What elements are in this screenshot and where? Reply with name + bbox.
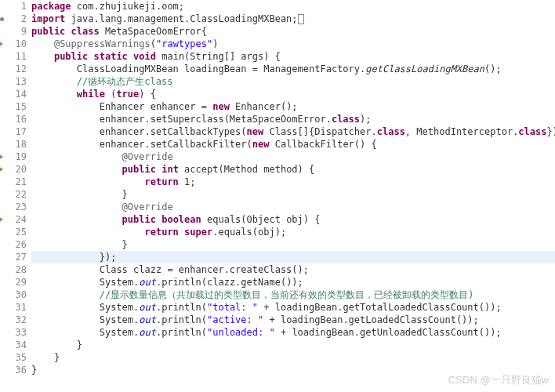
code-line: import java.lang.management.ClassLoading… bbox=[31, 13, 555, 25]
code-line: @Override bbox=[31, 201, 555, 213]
line-number: 9 bbox=[5, 25, 27, 38]
line-number: 32 bbox=[5, 314, 27, 326]
line-number: 10 bbox=[5, 38, 27, 50]
code-line: System.out.println("unloaded: " + loadin… bbox=[31, 326, 555, 339]
code-line: System.out.println(clazz.getName()); bbox=[31, 276, 555, 289]
cursor-icon bbox=[298, 14, 304, 24]
code-line: return super.equals(obj); bbox=[31, 226, 555, 238]
line-number: 34 bbox=[5, 339, 27, 351]
code-area[interactable]: package com.zhujiukeji.oom; import java.… bbox=[31, 0, 555, 376]
line-number: 35 bbox=[5, 351, 27, 364]
fold-marker-icon bbox=[0, 17, 4, 21]
code-line: } bbox=[31, 351, 555, 364]
code-line: } bbox=[31, 339, 555, 351]
line-gutter: 1291011121314151617181920212223242526272… bbox=[0, 0, 31, 376]
line-number: 23 bbox=[5, 201, 27, 213]
override-marker-icon bbox=[0, 166, 3, 172]
line-number: 15 bbox=[5, 100, 27, 113]
code-line: public static void main(String[] args) { bbox=[31, 50, 555, 63]
code-line: ClassLoadingMXBean loadingBean = Managem… bbox=[31, 63, 555, 75]
code-line: enhancer.setCallbackTypes(new Class[]{Di… bbox=[31, 125, 555, 138]
line-number: 25 bbox=[5, 226, 27, 238]
override-marker-icon bbox=[0, 41, 3, 47]
code-line: //循环动态产生class bbox=[31, 75, 555, 88]
line-number: 36 bbox=[5, 364, 27, 376]
code-line: }); bbox=[31, 251, 555, 263]
code-line: public class MetaSpaceOomError{ bbox=[31, 25, 555, 38]
line-number: 29 bbox=[5, 276, 27, 289]
line-number: 28 bbox=[5, 263, 27, 276]
code-line: } bbox=[31, 188, 555, 201]
line-number: 2 bbox=[5, 13, 27, 25]
line-number: 18 bbox=[5, 138, 27, 151]
line-number: 26 bbox=[5, 238, 27, 251]
code-line: System.out.println("total: " + loadingBe… bbox=[31, 301, 555, 314]
code-line: enhancer.setCallbackFilter(new CallbackF… bbox=[31, 138, 555, 151]
line-number: 12 bbox=[5, 63, 27, 75]
line-number: 14 bbox=[5, 88, 27, 100]
code-line: package com.zhujiukeji.oom; bbox=[31, 0, 555, 13]
code-line: @Override bbox=[31, 151, 555, 163]
code-line: System.out.println("active: " + loadingB… bbox=[31, 314, 555, 326]
code-line: return 1; bbox=[31, 176, 555, 188]
override-marker-icon bbox=[0, 154, 3, 160]
line-number: 11 bbox=[5, 50, 27, 63]
code-line: Class clazz = enhancer.createClass(); bbox=[31, 263, 555, 276]
line-number: 27 bbox=[5, 251, 27, 263]
watermark-text: CSDN @一只野良猫w bbox=[448, 373, 549, 376]
line-number: 24 bbox=[5, 213, 27, 226]
line-number: 30 bbox=[5, 289, 27, 301]
line-number: 22 bbox=[5, 188, 27, 201]
code-line: public boolean equals(Object obj) { bbox=[31, 213, 555, 226]
code-line: //显示数量信息（共加载过的类型数目，当前还有效的类型数目，已经被卸载的类型数目… bbox=[31, 289, 555, 301]
line-number: 1 bbox=[5, 0, 27, 13]
code-editor[interactable]: 1291011121314151617181920212223242526272… bbox=[0, 0, 555, 376]
line-number: 17 bbox=[5, 125, 27, 138]
code-line: @SuppressWarnings("rawtypes") bbox=[31, 38, 555, 50]
line-number: 33 bbox=[5, 326, 27, 339]
line-number: 16 bbox=[5, 113, 27, 125]
line-number: 13 bbox=[5, 75, 27, 88]
code-line: public int accept(Method method) { bbox=[31, 163, 555, 176]
code-line: } bbox=[31, 238, 555, 251]
line-number: 21 bbox=[5, 176, 27, 188]
code-line: enhancer.setSuperclass(MetaSpaceOomError… bbox=[31, 113, 555, 125]
code-line: Enhancer enhancer = new Enhancer(); bbox=[31, 100, 555, 113]
line-number: 31 bbox=[5, 301, 27, 314]
line-number: 20 bbox=[5, 163, 27, 176]
code-line: while (true) { bbox=[31, 88, 555, 100]
line-number: 19 bbox=[5, 151, 27, 163]
override-marker-icon bbox=[0, 216, 3, 223]
